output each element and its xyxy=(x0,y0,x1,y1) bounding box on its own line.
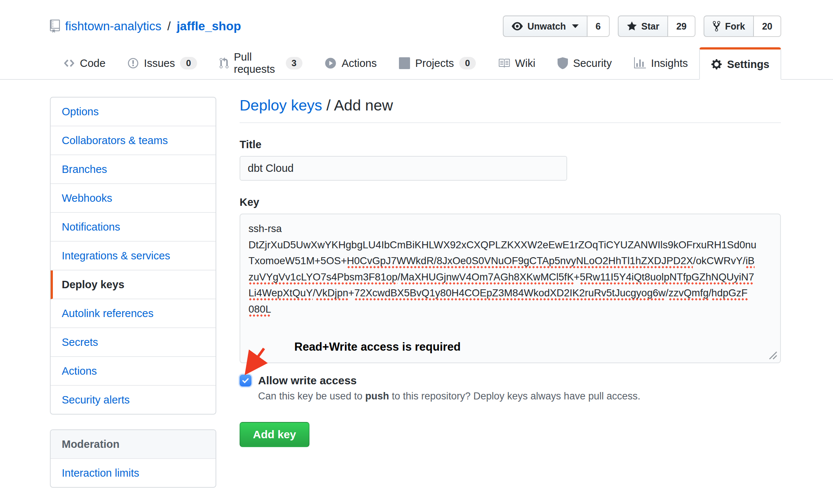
pagehead-actions: Unwatch 6 Star 29 Fork 20 xyxy=(503,16,781,37)
key-text-line: 080L xyxy=(248,301,772,317)
graph-icon xyxy=(634,57,646,69)
key-text-line: zuVYgVv1cLYO7s4Pbsm3F81op/MaXHUGjnwV4Om7… xyxy=(248,269,772,285)
tab-issues[interactable]: Issues0 xyxy=(116,47,208,79)
repo-forked-icon xyxy=(712,20,721,32)
tab-projects[interactable]: Projects0 xyxy=(388,47,487,79)
star-icon xyxy=(627,21,637,32)
project-icon xyxy=(399,57,410,69)
tab-counter: 0 xyxy=(459,57,476,69)
star-button[interactable]: Star xyxy=(618,16,668,37)
settings-sidebar: OptionsCollaborators & teamsBranchesWebh… xyxy=(50,97,216,488)
deploy-keys-main: Deploy keys / Add new Title Key ssh-rsaD… xyxy=(240,97,781,488)
sidebar-item-secrets[interactable]: Secrets xyxy=(51,328,216,357)
allow-write-access-label[interactable]: Allow write access xyxy=(258,374,357,387)
sidebar-item-collaborators-teams[interactable]: Collaborators & teams xyxy=(51,126,216,155)
unwatch-button[interactable]: Unwatch xyxy=(503,16,587,37)
repo-icon xyxy=(50,20,60,33)
sidebar-item-branches[interactable]: Branches xyxy=(51,155,216,184)
title-input[interactable] xyxy=(240,156,567,181)
repo-owner-link[interactable]: fishtown-analytics xyxy=(65,19,161,33)
deploy-keys-link[interactable]: Deploy keys xyxy=(240,97,322,114)
sidebar-item-deploy-keys[interactable]: Deploy keys xyxy=(51,270,216,299)
subhead-current: Add new xyxy=(334,97,393,114)
sidebar-item-options[interactable]: Options xyxy=(51,98,216,126)
title-group: Title xyxy=(240,139,781,181)
fork-button-group: Fork 20 xyxy=(704,16,781,37)
eye-icon xyxy=(512,21,523,32)
play-icon xyxy=(325,57,336,69)
subhead-separator: / xyxy=(322,97,334,114)
tab-label: Actions xyxy=(342,57,377,69)
write-access-help: Can this key be used to push to this rep… xyxy=(258,391,781,402)
breadcrumb: fishtown-analytics / jaffle_shop xyxy=(50,19,241,33)
moderation-heading: Moderation xyxy=(51,430,216,459)
sidebar-item-webhooks[interactable]: Webhooks xyxy=(51,184,216,213)
repo-nav: CodeIssues0Pull requests3ActionsProjects… xyxy=(0,47,833,80)
tab-label: Pull requests xyxy=(234,51,281,75)
write-access-block: Read+Write access is required Allow writ… xyxy=(240,374,781,402)
title-label: Title xyxy=(240,139,781,151)
tab-settings[interactable]: Settings xyxy=(699,47,781,80)
annotation-text: Read+Write access is required xyxy=(294,340,461,354)
code-icon xyxy=(64,57,75,69)
add-key-button[interactable]: Add key xyxy=(240,422,309,447)
star-button-group: Star 29 xyxy=(618,16,695,37)
tab-label: Code xyxy=(80,57,105,69)
git-pull-request-icon xyxy=(219,57,229,69)
sidebar-item-autolink-references[interactable]: Autolink references xyxy=(51,299,216,328)
tab-wiki[interactable]: Wiki xyxy=(487,47,546,79)
sidebar-item-security-alerts[interactable]: Security alerts xyxy=(51,386,216,414)
tab-pull-requests[interactable]: Pull requests3 xyxy=(208,47,314,79)
chevron-down-icon xyxy=(572,24,579,28)
forks-count[interactable]: 20 xyxy=(754,16,781,37)
fork-button[interactable]: Fork xyxy=(704,16,754,37)
key-text-line: DtZjrXuD5UwXwYKHgbgLU4IbCmBiKHLWX92xCXQP… xyxy=(248,237,772,253)
tab-counter: 0 xyxy=(180,57,197,69)
tab-counter: 3 xyxy=(286,57,302,69)
sidebar-item-notifications[interactable]: Notifications xyxy=(51,213,216,242)
repo-name-link[interactable]: jaffle_shop xyxy=(177,19,241,33)
breadcrumb-separator: / xyxy=(166,19,171,33)
tab-label: Insights xyxy=(651,57,688,69)
issue-opened-icon xyxy=(128,57,139,69)
gear-icon xyxy=(711,58,722,70)
tab-actions[interactable]: Actions xyxy=(314,47,388,79)
key-group: Key ssh-rsaDtZjrXuD5UwXwYKHgbgLU4IbCmBiK… xyxy=(240,196,781,363)
write-access-row: Allow write access xyxy=(240,374,781,387)
resize-handle-icon[interactable] xyxy=(768,351,778,360)
check-icon xyxy=(241,377,250,385)
tab-label: Projects xyxy=(415,57,454,69)
tab-label: Issues xyxy=(144,57,175,69)
tab-code[interactable]: Code xyxy=(53,47,116,79)
shield-icon xyxy=(558,57,568,69)
sidebar-item-integrations-services[interactable]: Integrations & services xyxy=(51,242,216,270)
watch-button-group: Unwatch 6 xyxy=(503,16,609,37)
tab-insights[interactable]: Insights xyxy=(623,47,699,79)
watchers-count[interactable]: 6 xyxy=(587,16,610,37)
moderation-menu: Moderation Interaction limits xyxy=(50,429,216,488)
sidebar-item-interaction-limits[interactable]: Interaction limits xyxy=(51,459,216,487)
key-text-line: TxomoeW51M+5OS+H0CvGpJ7WWkdR/8JxOe0S0VNu… xyxy=(248,253,772,269)
settings-menu: OptionsCollaborators & teamsBranchesWebh… xyxy=(50,97,216,415)
tab-label: Security xyxy=(573,57,612,69)
tab-security[interactable]: Security xyxy=(546,47,623,79)
key-text-line: ssh-rsa xyxy=(248,221,772,237)
key-label: Key xyxy=(240,196,781,208)
allow-write-access-checkbox[interactable] xyxy=(240,375,251,386)
page-title: Deploy keys / Add new xyxy=(240,97,781,123)
book-icon xyxy=(498,57,510,69)
tab-label: Settings xyxy=(727,58,769,71)
stargazers-count[interactable]: 29 xyxy=(668,16,695,37)
settings-content: OptionsCollaborators & teamsBranchesWebh… xyxy=(0,80,833,488)
sidebar-item-actions[interactable]: Actions xyxy=(51,357,216,386)
key-text-line: Li4WepXtQuY/VkDjpn+72XcwdBX5BvQ1y80H4COE… xyxy=(248,285,772,301)
repo-header: fishtown-analytics / jaffle_shop Unwatch… xyxy=(0,0,833,37)
tab-label: Wiki xyxy=(515,57,535,69)
